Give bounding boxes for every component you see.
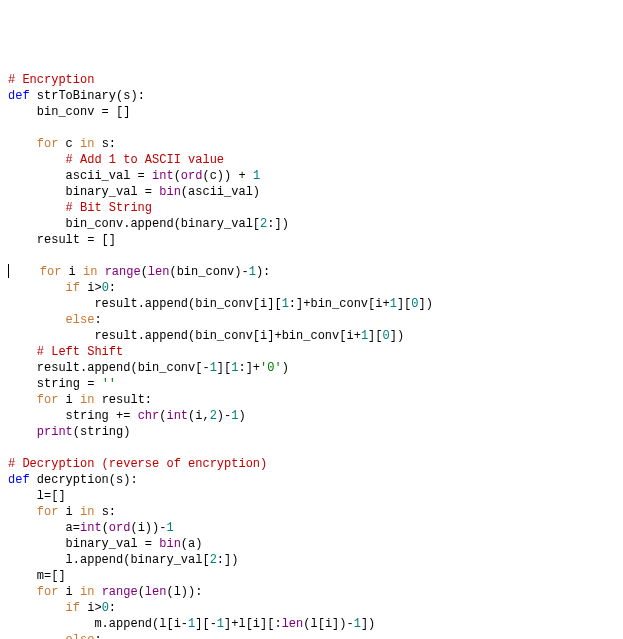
token-id: :]) — [267, 217, 289, 231]
token-id: ]) — [390, 329, 404, 343]
token-id: ) — [238, 409, 245, 423]
token-id: m.append(l[i- — [94, 617, 188, 631]
code-line[interactable]: result = [] — [8, 232, 615, 248]
token-id: ]) — [361, 617, 375, 631]
token-fn: range — [105, 265, 141, 279]
indent — [8, 169, 66, 183]
indent — [8, 105, 37, 119]
token-num: 1 — [354, 617, 361, 631]
token-id: ][- — [195, 617, 217, 631]
code-line[interactable]: ascii_val = int(ord(c)) + 1 — [8, 168, 615, 184]
code-line[interactable]: l.append(binary_val[2:]) — [8, 552, 615, 568]
code-line[interactable]: # Decryption (reverse of encryption) — [8, 456, 615, 472]
token-cf: for — [37, 393, 59, 407]
token-cf: for — [40, 265, 62, 279]
code-line[interactable]: string = '' — [8, 376, 615, 392]
token-id: i> — [80, 281, 102, 295]
code-line[interactable] — [8, 120, 615, 136]
token-id: s: — [94, 505, 116, 519]
token-cm: # Add 1 to ASCII value — [66, 153, 224, 167]
code-line[interactable]: m=[] — [8, 568, 615, 584]
code-line[interactable]: def strToBinary(s): — [8, 88, 615, 104]
code-line[interactable]: def decryption(s): — [8, 472, 615, 488]
token-id: (l)): — [166, 585, 202, 599]
token-id: strToBinary(s): — [30, 89, 145, 103]
token-id: :]+ — [238, 361, 260, 375]
code-line[interactable]: l=[] — [8, 488, 615, 504]
indent — [8, 489, 37, 503]
code-line[interactable]: else: — [8, 312, 615, 328]
token-id: : — [94, 313, 101, 327]
indent — [8, 153, 66, 167]
token-id: a= — [66, 521, 80, 535]
code-line[interactable] — [8, 248, 615, 264]
code-line[interactable]: result.append(bin_conv[i][1:]+bin_conv[i… — [8, 296, 615, 312]
code-line[interactable]: for i in range(len(bin_conv)-1): — [8, 264, 615, 280]
indent — [8, 377, 37, 391]
code-line[interactable]: for c in s: — [8, 136, 615, 152]
token-id: bin_conv.append(binary_val[ — [66, 217, 260, 231]
code-line[interactable]: else: — [8, 632, 615, 639]
token-num: 0 — [102, 601, 109, 615]
code-line[interactable]: print(string) — [8, 424, 615, 440]
token-cf: in — [80, 505, 94, 519]
code-line[interactable]: for i in range(len(l)): — [8, 584, 615, 600]
token-num: 1 — [390, 297, 397, 311]
token-cf: if — [66, 281, 80, 295]
indent — [8, 633, 66, 639]
indent — [8, 201, 66, 215]
token-id: ( — [102, 521, 109, 535]
code-line[interactable]: result.append(bin_conv[i]+bin_conv[i+1][… — [8, 328, 615, 344]
indent — [8, 409, 66, 423]
code-line[interactable]: for i in s: — [8, 504, 615, 520]
token-cf: in — [80, 585, 94, 599]
token-id: (ascii_val) — [181, 185, 260, 199]
token-id: s: — [94, 137, 116, 151]
token-num: 1 — [210, 361, 217, 375]
token-id: i — [58, 505, 80, 519]
code-line[interactable]: m.append(l[i-1][-1]+l[i][:len(l[i])-1]) — [8, 616, 615, 632]
token-id: (i, — [188, 409, 210, 423]
token-num: 1 — [217, 617, 224, 631]
code-line[interactable]: # Left Shift — [8, 344, 615, 360]
token-num: 1 — [282, 297, 289, 311]
token-fn: len — [145, 585, 167, 599]
code-line[interactable]: string += chr(int(i,2)-1) — [8, 408, 615, 424]
token-str: '' — [102, 377, 116, 391]
indent — [8, 185, 66, 199]
token-fn: int — [166, 409, 188, 423]
token-id: : — [109, 601, 116, 615]
token-id: string += — [66, 409, 138, 423]
token-id: :]+bin_conv[i+ — [289, 297, 390, 311]
code-line[interactable]: # Bit String — [8, 200, 615, 216]
code-line[interactable]: # Encryption — [8, 72, 615, 88]
code-line[interactable] — [8, 440, 615, 456]
token-id: bin_conv = [] — [37, 105, 131, 119]
token-cf: if — [66, 601, 80, 615]
token-id: : — [109, 281, 116, 295]
indent — [8, 505, 37, 519]
indent — [8, 361, 37, 375]
token-id: ( — [141, 265, 148, 279]
code-line[interactable]: a=int(ord(i))-1 — [8, 520, 615, 536]
token-num: 1 — [253, 169, 260, 183]
indent — [8, 233, 37, 247]
token-id: binary_val = — [66, 537, 160, 551]
code-line[interactable]: if i>0: — [8, 600, 615, 616]
code-line[interactable]: binary_val = bin(ascii_val) — [8, 184, 615, 200]
token-str: '0' — [260, 361, 282, 375]
token-id: ): — [256, 265, 270, 279]
token-id: string = — [37, 377, 102, 391]
code-line[interactable]: result.append(bin_conv[-1][1:]+'0') — [8, 360, 615, 376]
code-line[interactable]: bin_conv = [] — [8, 104, 615, 120]
code-line[interactable]: bin_conv.append(binary_val[2:]) — [8, 216, 615, 232]
code-editor[interactable]: # Encryptiondef strToBinary(s): bin_conv… — [8, 72, 615, 639]
code-line[interactable]: # Add 1 to ASCII value — [8, 152, 615, 168]
indent — [8, 617, 94, 631]
token-id: l=[] — [37, 489, 66, 503]
token-id: ]) — [419, 297, 433, 311]
code-line[interactable]: binary_val = bin(a) — [8, 536, 615, 552]
code-line[interactable]: if i>0: — [8, 280, 615, 296]
code-line[interactable]: for i in result: — [8, 392, 615, 408]
indent — [11, 265, 40, 279]
